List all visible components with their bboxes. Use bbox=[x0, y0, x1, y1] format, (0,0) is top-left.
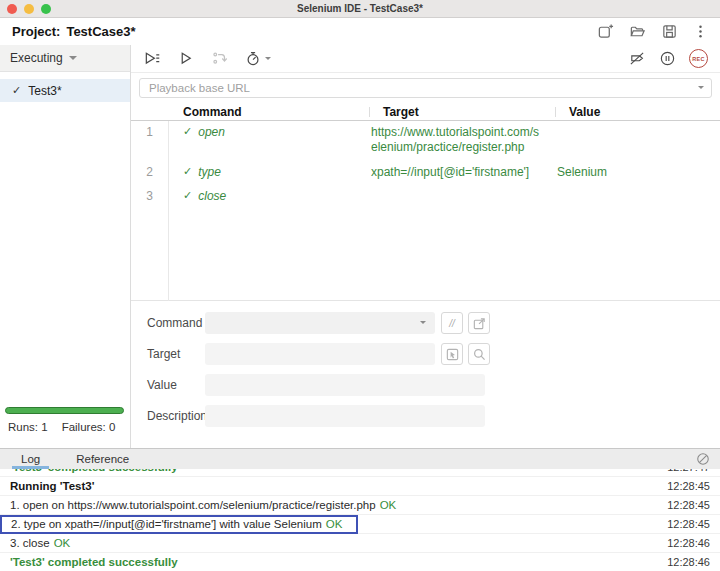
log-entry: 1. open on https://www.tutorialspoint.co… bbox=[0, 496, 720, 515]
log-timestamp: 12:28:45 bbox=[667, 518, 710, 530]
comment-toggle-button[interactable]: // bbox=[441, 312, 463, 334]
run-current-test-icon[interactable] bbox=[178, 50, 194, 67]
command-cell: type bbox=[198, 165, 221, 179]
window-titlebar: Selenium IDE - TestCase3* bbox=[0, 0, 720, 18]
test-name: Test3* bbox=[28, 84, 61, 98]
table-row[interactable]: 2 ✓type xpath=//input[@id='firstname'] S… bbox=[131, 161, 720, 185]
window-title: Selenium IDE - TestCase3* bbox=[0, 3, 720, 14]
traffic-lights bbox=[7, 4, 51, 14]
log-entry: 'Test3' completed successfully 12:28:46 bbox=[0, 553, 720, 571]
log-entry: 3. close OK 12:28:46 bbox=[0, 534, 720, 553]
value-cell bbox=[555, 185, 720, 207]
value-cell: Selenium bbox=[555, 161, 720, 185]
save-project-icon[interactable] bbox=[661, 23, 678, 40]
new-project-icon[interactable] bbox=[597, 23, 614, 40]
command-column-header: Command bbox=[169, 105, 369, 119]
open-project-icon[interactable] bbox=[629, 23, 646, 40]
commands-table-header: Command Target Value bbox=[131, 103, 720, 121]
run-stats: Runs: 1 Failures: 0 bbox=[0, 421, 130, 448]
target-field-label: Target bbox=[147, 347, 205, 361]
run-all-tests-icon[interactable] bbox=[143, 50, 161, 67]
execution-speed-icon[interactable] bbox=[245, 50, 271, 67]
test-sidebar: Executing ✓ Test3* Runs: 1 Failures: 0 bbox=[0, 45, 131, 448]
command-select[interactable] bbox=[205, 312, 435, 334]
target-column-header: Target bbox=[369, 105, 555, 119]
value-column-header: Value bbox=[555, 105, 720, 119]
table-empty-area[interactable] bbox=[131, 207, 720, 301]
command-editor-form: Command // Target bbox=[131, 301, 720, 436]
zoom-window-button[interactable] bbox=[41, 4, 51, 14]
speed-dropdown-caret-icon[interactable] bbox=[265, 57, 271, 60]
log-ok-badge: OK bbox=[54, 537, 71, 549]
target-cell bbox=[369, 185, 555, 207]
command-cell: close bbox=[198, 189, 226, 203]
more-menu-icon[interactable] bbox=[693, 23, 708, 40]
tab-log[interactable]: Log bbox=[16, 453, 45, 469]
log-text: Running 'Test3' bbox=[10, 480, 94, 492]
step-passed-check-icon: ✓ bbox=[183, 189, 192, 202]
command-field-label: Command bbox=[147, 316, 205, 330]
log-timestamp: 12:28:45 bbox=[667, 480, 710, 492]
step-over-icon[interactable] bbox=[211, 50, 228, 67]
log-timestamp: 12:28:46 bbox=[667, 537, 710, 549]
project-header: Project: TestCase3* bbox=[0, 18, 720, 45]
log-entry-highlighted: 2. type on xpath=//input[@id='firstname'… bbox=[0, 515, 720, 534]
commands-table: Command Target Value 1 ✓open https://www… bbox=[131, 103, 720, 301]
playback-base-url-input[interactable] bbox=[139, 78, 712, 98]
failures-count: Failures: 0 bbox=[62, 421, 116, 433]
project-title: Project: TestCase3* bbox=[12, 24, 136, 39]
log-panel: Log Reference 'Test3' completed successf… bbox=[0, 448, 720, 571]
step-passed-check-icon: ✓ bbox=[183, 165, 192, 178]
log-ok-badge: OK bbox=[380, 499, 397, 511]
minimize-window-button[interactable] bbox=[24, 4, 34, 14]
tests-filter-dropdown[interactable]: Executing bbox=[0, 45, 130, 72]
select-target-in-page-button[interactable] bbox=[441, 343, 463, 365]
test-passed-check-icon: ✓ bbox=[12, 84, 21, 97]
value-field-label: Value bbox=[147, 378, 205, 392]
log-text: 1. open on https://www.tutorialspoint.co… bbox=[10, 499, 376, 511]
chevron-down-icon bbox=[69, 56, 77, 60]
url-dropdown-caret-icon[interactable] bbox=[698, 86, 704, 89]
chevron-down-icon bbox=[420, 321, 426, 324]
log-entry: Running 'Test3' 12:28:45 bbox=[0, 477, 720, 496]
log-tabbar: Log Reference bbox=[0, 449, 720, 469]
log-text: 'Test3' completed successfully bbox=[10, 469, 178, 473]
log-entries: 'Test3' completed successfully 12:27:47 … bbox=[0, 469, 720, 571]
log-text: 3. close bbox=[10, 537, 50, 549]
log-entry: 'Test3' completed successfully 12:27:47 bbox=[0, 469, 720, 477]
table-row[interactable]: 3 ✓close bbox=[131, 185, 720, 207]
clear-log-icon[interactable] bbox=[696, 452, 710, 470]
row-number: 2 bbox=[131, 161, 169, 185]
command-cell: open bbox=[198, 125, 225, 139]
target-input[interactable] bbox=[205, 343, 435, 365]
target-cell: https://www.tutorialspoint.com/selenium/… bbox=[369, 121, 555, 161]
tab-reference[interactable]: Reference bbox=[71, 453, 134, 469]
record-button[interactable]: REC bbox=[689, 49, 708, 68]
log-timestamp: 12:28:45 bbox=[667, 499, 710, 511]
step-passed-check-icon: ✓ bbox=[183, 125, 192, 138]
playback-toolbar: REC bbox=[131, 45, 720, 73]
run-progress-bar bbox=[5, 407, 124, 414]
runs-count: Runs: 1 bbox=[8, 421, 48, 433]
open-reference-button[interactable] bbox=[468, 312, 490, 334]
description-input[interactable] bbox=[205, 405, 485, 427]
description-field-label: Description bbox=[147, 409, 205, 423]
disable-breakpoints-icon[interactable] bbox=[628, 50, 646, 67]
row-number: 1 bbox=[131, 121, 169, 161]
close-window-button[interactable] bbox=[7, 4, 17, 14]
value-input[interactable] bbox=[205, 374, 485, 396]
value-cell bbox=[555, 121, 720, 161]
log-ok-badge: OK bbox=[326, 518, 343, 530]
project-label: Project: bbox=[12, 24, 60, 39]
project-name: TestCase3* bbox=[66, 24, 135, 39]
find-target-button[interactable] bbox=[468, 343, 490, 365]
test-list-item[interactable]: ✓ Test3* bbox=[0, 79, 130, 102]
pause-on-exceptions-icon[interactable] bbox=[659, 50, 676, 67]
target-cell: xpath=//input[@id='firstname'] bbox=[369, 161, 555, 185]
log-text: 2. type on xpath=//input[@id='firstname'… bbox=[11, 518, 322, 530]
log-text: 'Test3' completed successfully bbox=[10, 556, 178, 568]
row-number: 3 bbox=[131, 185, 169, 207]
table-row[interactable]: 1 ✓open https://www.tutorialspoint.com/s… bbox=[131, 121, 720, 161]
tests-filter-label: Executing bbox=[10, 51, 63, 65]
log-timestamp: 12:28:46 bbox=[667, 556, 710, 568]
